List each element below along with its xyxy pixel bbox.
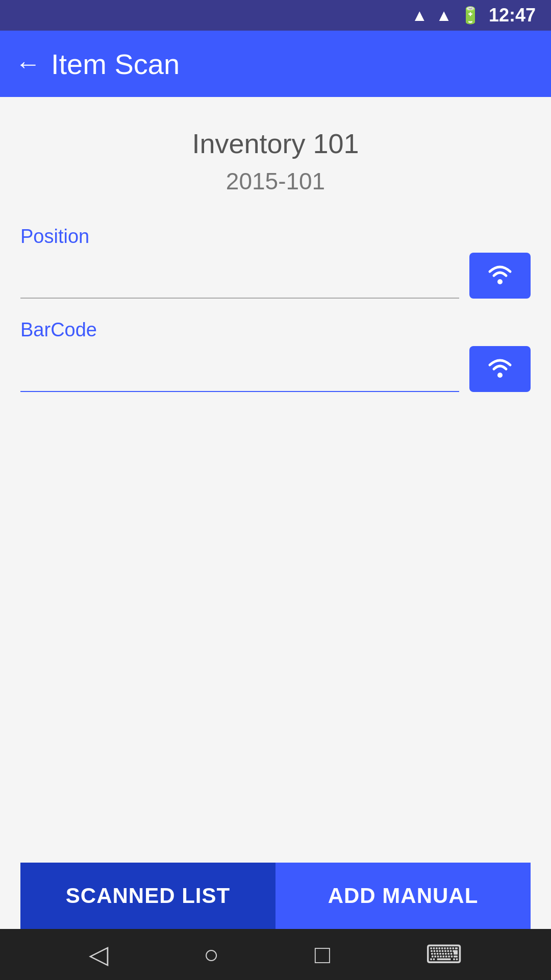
app-bar: ← Item Scan [0, 31, 551, 97]
nav-keyboard-icon[interactable]: ⌨ [425, 940, 462, 969]
barcode-label: BarCode [20, 319, 531, 341]
signal-icon: ▲ [436, 6, 452, 25]
position-label: Position [20, 226, 531, 248]
position-row [20, 253, 531, 299]
nav-bar: ◁ ○ □ ⌨ [0, 929, 551, 980]
bottom-buttons: SCANNED LIST ADD MANUAL [20, 863, 531, 929]
nav-home-icon[interactable]: ○ [204, 940, 219, 969]
svg-point-0 [497, 279, 503, 284]
barcode-input[interactable] [20, 346, 459, 392]
barcode-scan-button[interactable] [469, 346, 531, 392]
position-section: Position [20, 226, 531, 299]
barcode-scan-icon [485, 354, 515, 384]
scanned-list-button[interactable]: SCANNED LIST [20, 863, 276, 929]
status-bar: ▲ ▲ 🔋 12:47 [0, 0, 551, 31]
status-icons: ▲ ▲ 🔋 12:47 [412, 5, 536, 26]
inventory-date: 2015-101 [20, 167, 531, 195]
barcode-row [20, 346, 531, 392]
add-manual-button[interactable]: ADD MANUAL [276, 863, 531, 929]
battery-icon: 🔋 [460, 6, 481, 25]
inventory-title: Inventory 101 [20, 128, 531, 159]
svg-point-1 [497, 373, 503, 378]
content-spacer [20, 412, 531, 863]
position-scan-button[interactable] [469, 253, 531, 299]
position-scan-icon [485, 260, 515, 291]
back-button[interactable]: ← [15, 51, 41, 77]
status-time: 12:47 [489, 5, 536, 26]
app-bar-title: Item Scan [51, 47, 180, 81]
barcode-section: BarCode [20, 319, 531, 392]
position-input[interactable] [20, 253, 459, 299]
wifi-icon: ▲ [412, 6, 428, 25]
nav-back-icon[interactable]: ◁ [89, 940, 108, 969]
nav-recent-icon[interactable]: □ [315, 940, 330, 969]
main-content: Inventory 101 2015-101 Position BarCode [0, 97, 551, 929]
